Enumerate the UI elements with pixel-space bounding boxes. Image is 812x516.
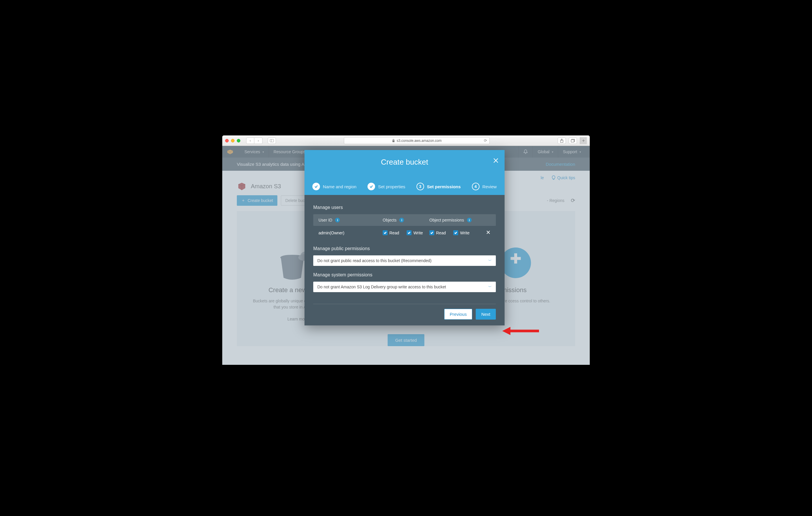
checkbox-objects-write[interactable] — [407, 230, 411, 235]
address-bar[interactable]: s3.console.aws.amazon.com ⟳ — [344, 137, 490, 144]
nav-back-forward: ‹ › — [246, 137, 262, 144]
permissions-row-owner: admin(Owner) Read Write Read Write — [313, 226, 496, 240]
tabs-button[interactable] — [569, 137, 577, 144]
svg-rect-2 — [392, 140, 394, 142]
info-icon[interactable]: i — [399, 218, 404, 222]
chevron-down-icon: ﹀ — [488, 258, 492, 263]
section-system-permissions: Manage system permissions — [313, 272, 496, 277]
previous-button[interactable]: Previous — [444, 309, 472, 320]
chevron-down-icon: ﹀ — [488, 284, 492, 290]
url-text: s3.console.aws.amazon.com — [397, 139, 442, 143]
checkbox-perm-write[interactable] — [453, 230, 458, 235]
section-public-permissions: Manage public permissions — [313, 246, 496, 251]
back-button[interactable]: ‹ — [246, 137, 254, 144]
svg-rect-5 — [571, 140, 574, 142]
reload-icon[interactable]: ⟳ — [484, 138, 487, 143]
permissions-table-header: User IDi Objectsi Object permissionsi — [313, 214, 496, 226]
create-bucket-modal: Create bucket Name and region Set proper… — [304, 150, 504, 325]
wizard-steps: Name and region Set properties 3 Set per… — [304, 183, 504, 190]
section-manage-users: Manage users — [313, 205, 496, 210]
new-tab-button[interactable]: + — [580, 137, 587, 144]
modal-footer: Previous Next — [313, 304, 496, 325]
step-number-icon: 3 — [416, 183, 424, 190]
check-icon — [368, 183, 375, 190]
sidebar-toggle[interactable] — [268, 137, 276, 144]
remove-user-icon[interactable] — [486, 230, 491, 236]
checkbox-perm-read[interactable] — [429, 230, 434, 235]
browser-titlebar: ‹ › s3.console.aws.amazon.com ⟳ — [222, 135, 590, 146]
step-number-icon: 4 — [472, 183, 480, 190]
lock-icon — [392, 139, 395, 142]
next-button[interactable]: Next — [476, 309, 496, 320]
minimize-window-icon[interactable] — [231, 139, 234, 142]
col-object-permissions: Object permissions — [429, 218, 464, 222]
info-icon[interactable]: i — [335, 218, 340, 222]
close-window-icon[interactable] — [225, 139, 229, 142]
col-user-id: User ID — [319, 218, 332, 222]
select-value: Do not grant Amazon S3 Log Delivery grou… — [317, 284, 446, 289]
step-name-region[interactable]: Name and region — [312, 183, 356, 190]
step-set-permissions[interactable]: 3 Set permissions — [416, 183, 461, 190]
forward-button[interactable]: › — [254, 137, 262, 144]
step-review[interactable]: 4 Review — [472, 183, 497, 190]
modal-header: Create bucket Name and region Set proper… — [304, 150, 504, 195]
close-icon[interactable] — [492, 157, 499, 165]
share-button[interactable] — [558, 137, 566, 144]
public-permissions-select[interactable]: Do not grant public read access to this … — [313, 255, 496, 266]
check-icon — [312, 183, 320, 190]
svg-rect-0 — [270, 139, 274, 142]
user-id-cell: admin(Owner) — [319, 230, 383, 235]
checkbox-objects-read[interactable] — [383, 230, 388, 235]
modal-title: Create bucket — [304, 158, 504, 167]
select-value: Do not grant public read access to this … — [317, 258, 431, 263]
col-objects: Objects — [383, 218, 396, 222]
annotation-arrow-icon — [502, 325, 540, 338]
window-controls — [225, 139, 240, 142]
info-icon[interactable]: i — [467, 218, 472, 222]
step-set-properties[interactable]: Set properties — [368, 183, 405, 190]
svg-marker-13 — [502, 327, 511, 335]
zoom-window-icon[interactable] — [237, 139, 240, 142]
system-permissions-select[interactable]: Do not grant Amazon S3 Log Delivery grou… — [313, 282, 496, 292]
